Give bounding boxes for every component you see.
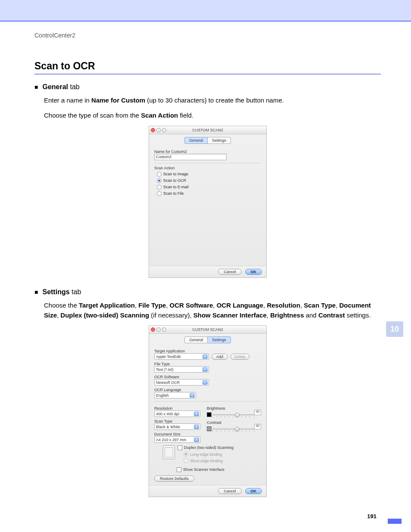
tab-settings[interactable]: Settings [208, 137, 231, 144]
bullet-settings: ■ Settings tab [34, 288, 381, 296]
general-line1: Enter a name in Name for Custom (up to 3… [44, 95, 381, 105]
contrast-value: 50 [254, 424, 261, 429]
chevron-updown-icon: ⇵ [194, 411, 199, 416]
duplex-scanning-checkbox[interactable]: Duplex (two-sided) Scanning [177, 445, 234, 450]
name-for-custom-label: Name for Custom2 [154, 149, 261, 154]
tab-general[interactable]: General [184, 137, 208, 144]
bullet-square-icon: ■ [34, 289, 38, 296]
scan-type-select[interactable]: Black & White⇵ [154, 423, 200, 430]
resolution-label: Resolution [154, 406, 202, 411]
document-size-label: Document Size [154, 432, 202, 436]
chevron-updown-icon: ⇵ [194, 424, 199, 429]
chevron-updown-icon: ⇵ [194, 437, 199, 442]
bullet-general: ■ General tab [34, 83, 381, 91]
section-title: Scan to OCR [34, 60, 381, 75]
radio-scan-to-email[interactable]: Scan to E-mail [157, 185, 261, 190]
tab-row: General Settings [149, 336, 266, 343]
ocr-software-select[interactable]: Newsoft OCR⇵ [154, 379, 209, 386]
tab-settings[interactable]: Settings [208, 336, 231, 343]
add-button[interactable]: Add [212, 354, 228, 360]
top-blue-bar [0, 0, 411, 22]
name-for-custom-input[interactable]: Custom2 [154, 154, 227, 160]
document-size-select[interactable]: A4 210 x 297 mm⇵ [154, 436, 200, 443]
chevron-updown-icon: ⇵ [202, 380, 208, 385]
black-swatch-icon [207, 412, 212, 417]
bullet-square-icon: ■ [34, 84, 38, 90]
resolution-select[interactable]: 400 x 400 dpi⇵ [154, 411, 200, 417]
cancel-button[interactable]: Cancel [218, 269, 241, 275]
ocr-software-label: OCR Software [154, 375, 261, 379]
general-line2: Choose the type of scan from the Scan Ac… [44, 110, 381, 120]
target-application-select[interactable]: Apple TextEdit⇵ [154, 353, 209, 360]
screenshot-general-tab: CUSTOM SCAN2 General Settings Name for C… [149, 126, 267, 278]
radio-short-edge[interactable]: Short-edge binding [184, 458, 234, 463]
bullet-settings-label: Settings tab [42, 288, 81, 296]
ocr-language-select[interactable]: English⇵ [154, 392, 196, 398]
radio-scan-to-image[interactable]: Scan to Image [157, 172, 261, 177]
window-titlebar: CUSTOM SCAN2 [149, 326, 266, 334]
contrast-label: Contrast [207, 420, 261, 425]
contrast-slider[interactable]: 50 [212, 426, 261, 430]
show-scanner-interface-checkbox[interactable]: Show Scanner Interface [177, 467, 261, 472]
tab-general[interactable]: General [184, 336, 208, 343]
chevron-updown-icon: ⇵ [202, 367, 208, 372]
file-type-select[interactable]: Text (*.txt)⇵ [154, 366, 209, 373]
scan-action-group: Scan to Image Scan to OCR Scan to E-mail… [157, 172, 261, 196]
tab-row: General Settings [149, 137, 266, 144]
duplex-icon [163, 445, 175, 459]
button-row: Cancel OK [149, 266, 266, 277]
settings-paragraph: Choose the Target Application, File Type… [44, 300, 381, 320]
radio-long-edge[interactable]: Long-edge binding [184, 452, 234, 457]
ocr-language-label: OCR Language [154, 388, 261, 392]
window-title: CUSTOM SCAN2 [149, 128, 266, 132]
file-type-label: File Type [154, 362, 261, 366]
page-number: 191 [367, 513, 377, 520]
header-breadcrumb: ControlCenter2 [34, 32, 381, 39]
scan-type-label: Scan Type [154, 419, 202, 423]
window-titlebar: CUSTOM SCAN2 [149, 126, 266, 134]
delete-button[interactable]: Delete [230, 354, 249, 360]
bullet-general-label: General tab [42, 83, 79, 91]
window-title: CUSTOM SCAN2 [149, 327, 266, 332]
target-application-label: Target Application [154, 349, 261, 353]
restore-defaults-button[interactable]: Restore Defaults [154, 476, 194, 482]
radio-scan-to-ocr[interactable]: Scan to OCR [157, 178, 261, 183]
button-row: Cancel OK [149, 485, 266, 497]
scan-action-label: Scan Action [154, 166, 261, 170]
chevron-updown-icon: ⇵ [190, 393, 195, 398]
corner-mark [388, 519, 402, 524]
brightness-slider[interactable]: 50 [212, 412, 261, 416]
cancel-button[interactable]: Cancel [218, 488, 241, 494]
radio-scan-to-file[interactable]: Scan to File [157, 191, 261, 196]
stripe-swatch-icon [207, 426, 212, 431]
brightness-label: Brightness [207, 406, 261, 411]
brightness-value: 50 [254, 410, 261, 415]
ok-button[interactable]: OK [245, 488, 262, 494]
ok-button[interactable]: OK [245, 269, 262, 275]
chapter-side-tab: 10 [386, 321, 403, 337]
screenshot-settings-tab: CUSTOM SCAN2 General Settings Target App… [149, 325, 267, 497]
chevron-updown-icon: ⇵ [202, 354, 208, 359]
